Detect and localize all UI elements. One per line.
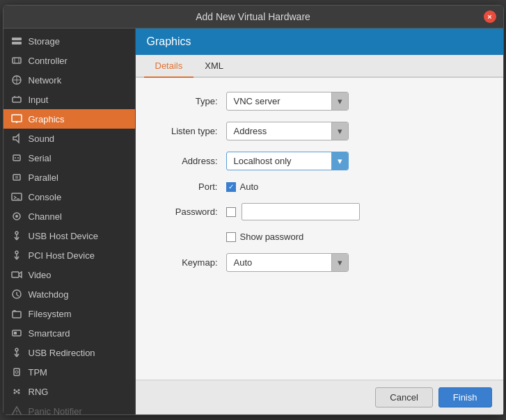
show-password-label: Show password <box>240 232 304 242</box>
svg-point-29 <box>15 251 18 254</box>
sidebar-icon-usb-redir <box>10 346 23 359</box>
sidebar-icon-serial <box>10 152 23 164</box>
type-value: VNC server <box>227 92 331 110</box>
sidebar-label-controller: Controller <box>29 56 68 66</box>
sidebar-icon-panic <box>10 405 23 414</box>
port-row: Port: ✓ Auto <box>150 181 489 192</box>
sidebar-label-rng: RNG <box>29 387 49 397</box>
sidebar-item-video[interactable]: Video <box>3 265 135 284</box>
address-dropdown-arrow[interactable]: ▾ <box>331 152 348 170</box>
sidebar-label-pci-host: PCI Host Device <box>29 250 95 261</box>
keymap-label: Keymap: <box>150 257 226 268</box>
svg-rect-0 <box>12 38 22 40</box>
sidebar-item-filesystem[interactable]: Filesystem <box>3 304 135 323</box>
sidebar-label-panic: Panic Notifier <box>29 406 82 415</box>
tab-bar: Details XML <box>136 55 503 78</box>
address-select[interactable]: Localhost only ▾ <box>226 152 349 170</box>
password-row: Password: <box>150 203 489 220</box>
svg-rect-15 <box>13 155 20 161</box>
sidebar-icon-sound <box>10 132 23 145</box>
sidebar-item-storage[interactable]: Storage <box>3 31 135 51</box>
sidebar-item-controller[interactable]: Controller <box>3 51 135 70</box>
keymap-select[interactable]: Auto ▾ <box>226 253 349 272</box>
svg-rect-39 <box>14 332 17 334</box>
address-label: Address: <box>150 156 226 166</box>
address-row: Address: Localhost only ▾ <box>150 152 489 170</box>
sidebar-item-graphics[interactable]: Graphics <box>3 109 135 129</box>
keymap-dropdown-arrow[interactable]: ▾ <box>331 254 348 271</box>
port-label: Port: <box>150 181 226 192</box>
sidebar-item-rng[interactable]: RNG <box>3 382 135 401</box>
svg-rect-8 <box>13 97 21 102</box>
svg-point-17 <box>17 157 19 159</box>
cancel-button[interactable]: Cancel <box>375 387 432 407</box>
svg-point-50 <box>15 391 17 393</box>
sidebar-item-console[interactable]: Console <box>3 187 135 207</box>
sidebar-item-sound[interactable]: Sound <box>3 129 135 148</box>
finish-button[interactable]: Finish <box>438 387 492 407</box>
sidebar-item-smartcard[interactable]: Smartcard <box>3 323 135 343</box>
sidebar-icon-parallel <box>10 171 23 184</box>
svg-point-16 <box>15 157 16 159</box>
sidebar-item-usb-host[interactable]: USB Host Device <box>3 226 135 245</box>
svg-rect-33 <box>12 272 19 277</box>
sidebar-icon-input <box>10 93 23 106</box>
sidebar-item-network[interactable]: Network <box>3 70 135 90</box>
sidebar-icon-controller <box>10 54 23 67</box>
sidebar-icon-pci-host <box>10 249 23 261</box>
button-row: Cancel Finish <box>136 380 503 414</box>
sidebar-label-graphics: Graphics <box>29 114 65 124</box>
password-label: Password: <box>150 207 226 217</box>
svg-point-53 <box>16 413 17 414</box>
show-password-checkbox[interactable] <box>226 232 236 242</box>
svg-point-49 <box>17 392 19 394</box>
svg-marker-14 <box>13 134 19 143</box>
type-dropdown-arrow[interactable]: ▾ <box>331 92 348 110</box>
show-password-checkbox-row: Show password <box>226 232 304 242</box>
sidebar-label-storage: Storage <box>29 36 61 47</box>
sidebar-label-network: Network <box>29 75 62 86</box>
sidebar-item-pci-host[interactable]: PCI Host Device <box>3 245 135 265</box>
tab-details[interactable]: Details <box>144 55 194 78</box>
sidebar-item-channel[interactable]: Channel <box>3 207 135 226</box>
sidebar-item-tpm[interactable]: TPM <box>3 362 135 382</box>
listen-type-select[interactable]: Address ▾ <box>226 122 349 140</box>
sidebar-icon-network <box>10 74 23 86</box>
sidebar-label-input: Input <box>29 95 49 105</box>
sidebar-item-usb-redir[interactable]: USB Redirection <box>3 343 135 362</box>
listen-type-value: Address <box>227 122 331 140</box>
sidebar-icon-graphics <box>10 113 23 125</box>
sidebar: StorageControllerNetworkInputGraphicsSou… <box>3 29 136 414</box>
dialog-content: StorageControllerNetworkInputGraphicsSou… <box>3 29 503 414</box>
svg-line-36 <box>17 295 19 296</box>
listen-type-control: Address ▾ <box>226 122 349 140</box>
sidebar-label-serial: Serial <box>29 153 52 163</box>
sidebar-item-parallel[interactable]: Parallel <box>3 168 135 187</box>
sidebar-item-input[interactable]: Input <box>3 90 135 109</box>
sidebar-icon-filesystem <box>10 307 23 320</box>
password-input[interactable] <box>242 203 360 220</box>
close-button[interactable]: × <box>484 10 496 23</box>
svg-rect-2 <box>13 58 21 63</box>
sidebar-label-usb-redir: USB Redirection <box>29 348 95 358</box>
sidebar-item-serial[interactable]: Serial <box>3 148 135 168</box>
sidebar-label-video: Video <box>29 270 52 280</box>
tab-xml[interactable]: XML <box>193 55 235 78</box>
sidebar-label-channel: Channel <box>29 211 62 222</box>
sidebar-icon-usb-host <box>10 229 23 242</box>
sidebar-icon-tpm <box>10 366 23 378</box>
port-auto-label: Auto <box>240 181 259 192</box>
show-password-row: Show password <box>150 232 489 242</box>
type-select[interactable]: VNC server ▾ <box>226 92 349 111</box>
password-checkbox[interactable] <box>226 207 236 217</box>
sidebar-item-watchdog[interactable]: Watchdog <box>3 284 135 304</box>
main-panel: Graphics Details XML Type: VNC server ▾ <box>136 29 503 414</box>
listen-type-row: Listen type: Address ▾ <box>150 122 489 140</box>
add-hardware-dialog: Add New Virtual Hardware × StorageContro… <box>3 5 504 415</box>
svg-point-24 <box>15 215 18 218</box>
listen-type-dropdown-arrow[interactable]: ▾ <box>331 122 348 140</box>
port-auto-checkbox[interactable]: ✓ <box>226 182 236 192</box>
type-label: Type: <box>150 96 226 106</box>
svg-rect-1 <box>12 42 22 45</box>
panel-header: Graphics <box>136 29 503 55</box>
